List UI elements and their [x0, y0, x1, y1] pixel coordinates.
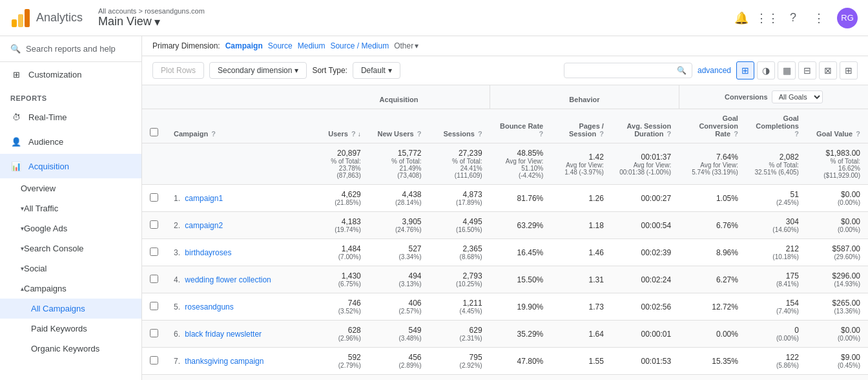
goal-conv-help-icon[interactable]: ?	[734, 130, 738, 138]
row-sessions: 2,793 (10.25%)	[429, 266, 490, 293]
campaign-link[interactable]: campaign2	[185, 221, 223, 230]
search-box[interactable]: 🔍 Search reports and help	[0, 36, 141, 62]
view-icon-table[interactable]: ⊞	[736, 61, 754, 79]
row-checkbox-cell[interactable]	[142, 348, 166, 375]
dim-source-medium[interactable]: Source / Medium	[330, 41, 389, 50]
sidebar-item-label: Acquisition	[28, 162, 69, 171]
all-goals-dropdown[interactable]: All Goals	[772, 90, 823, 103]
more-icon[interactable]: ⋮	[811, 10, 827, 26]
view-icon-compare[interactable]: ⊠	[819, 61, 837, 79]
dim-other-dropdown[interactable]: Other ▾	[394, 41, 418, 50]
row-checkbox[interactable]	[150, 302, 158, 310]
goal-comp-help-icon[interactable]: ?	[794, 130, 799, 138]
campaign-link[interactable]: thanksgiving campaign	[185, 357, 264, 366]
svg-rect-0	[12, 19, 17, 27]
campaign-link[interactable]: rosesandguns	[185, 302, 233, 311]
campaign-link[interactable]: campaign1	[185, 194, 223, 203]
sidebar-item-audience[interactable]: 👤 Audience	[0, 129, 141, 154]
row-checkbox[interactable]	[150, 356, 158, 364]
row-checkbox[interactable]	[150, 220, 158, 229]
view-selector[interactable]: Main View ▾	[98, 15, 734, 29]
users-help-icon[interactable]: ?	[351, 130, 356, 138]
sort-default-label: Default	[361, 66, 386, 75]
row-checkbox[interactable]	[150, 275, 158, 283]
avg-session-help-icon[interactable]: ?	[666, 130, 671, 138]
row-checkbox-cell[interactable]	[142, 185, 166, 212]
campaign-link[interactable]: birthdayroses	[185, 248, 231, 257]
dim-medium[interactable]: Medium	[298, 41, 326, 50]
row-users: 628 (2.96%)	[308, 321, 369, 348]
view-icon-scatter[interactable]: ⊞	[840, 61, 858, 79]
view-icon-pie[interactable]: ◑	[757, 61, 775, 79]
sidebar-sub-social[interactable]: ▾ Social	[0, 259, 141, 279]
campaign-link[interactable]: black friday newsletter	[185, 330, 262, 339]
th-goal-completions[interactable]: Goal Completions ?	[746, 109, 807, 143]
sidebar-item-acquisition[interactable]: 📊 Acquisition	[0, 154, 141, 178]
row-checkbox-cell[interactable]	[142, 321, 166, 348]
row-goal-completions: 0 (0.00%)	[746, 321, 807, 348]
sidebar-item-realtime[interactable]: ⏱ Real-Time	[0, 105, 141, 129]
row-checkbox[interactable]	[150, 248, 158, 256]
notifications-icon[interactable]: 🔔	[734, 10, 749, 26]
row-checkbox-cell[interactable]	[142, 239, 166, 266]
view-icon-pivot[interactable]: ⊟	[798, 61, 816, 79]
sidebar-sub-all-traffic[interactable]: ▾ All Traffic	[0, 198, 141, 218]
th-new-users[interactable]: New Users ?	[369, 109, 429, 143]
dim-campaign[interactable]: Campaign	[225, 41, 263, 50]
totals-users: 20,897 % of Total: 23.78% (87,863)	[308, 143, 369, 185]
advanced-link[interactable]: advanced	[698, 66, 731, 75]
plot-rows-button[interactable]: Plot Rows	[152, 62, 204, 79]
th-users[interactable]: Users ? ↓	[308, 109, 369, 143]
apps-icon[interactable]: ⋮⋮	[760, 10, 775, 26]
sessions-help-icon[interactable]: ?	[478, 130, 482, 138]
select-all-checkbox[interactable]	[150, 128, 158, 136]
view-icon-bar[interactable]: ▦	[778, 61, 796, 79]
goal-value-help-icon[interactable]: ?	[856, 130, 860, 138]
bounce-help-icon[interactable]: ?	[539, 130, 544, 138]
th-bounce-rate[interactable]: Bounce Rate ?	[490, 109, 552, 143]
sidebar-sub-organic-keywords[interactable]: Organic Keywords	[0, 339, 141, 359]
row-checkbox[interactable]	[150, 329, 158, 337]
sidebar-sub-overview[interactable]: Overview	[0, 178, 141, 198]
row-checkbox[interactable]	[150, 193, 158, 202]
row-goal-value: $0.00 (0.00%)	[807, 185, 868, 212]
sidebar-sub-campaigns[interactable]: ▴ Campaigns	[0, 279, 141, 299]
dim-source[interactable]: Source	[268, 41, 293, 50]
th-goal-conv-rate[interactable]: Goal Conversion Rate ?	[679, 109, 746, 143]
row-num: 1.	[174, 194, 180, 203]
row-checkbox-cell[interactable]	[142, 293, 166, 321]
sidebar-sub-all-campaigns[interactable]: All Campaigns	[0, 299, 141, 319]
totals-avg-session: 00:01:37 Avg for View: 00:01:38 (-1.00%)	[612, 143, 679, 185]
data-table-wrap: Acquisition Behavior Conversions All Goa…	[142, 85, 868, 380]
row-checkbox-cell[interactable]	[142, 375, 166, 381]
avatar[interactable]: RG	[837, 8, 858, 28]
pages-help-icon[interactable]: ?	[599, 130, 604, 138]
th-pages-session[interactable]: Pages / Session ?	[551, 109, 612, 143]
new-users-help-icon[interactable]: ?	[417, 130, 422, 138]
campaign-help-icon[interactable]: ?	[211, 130, 216, 138]
row-checkbox-cell[interactable]	[142, 212, 166, 239]
row-bounce-rate: 81.76%	[490, 185, 552, 212]
row-checkbox-cell[interactable]	[142, 266, 166, 293]
table-search-wrap[interactable]: 🔍	[564, 63, 692, 78]
group-header-row: Acquisition Behavior Conversions All Goa…	[142, 85, 868, 109]
help-icon[interactable]: ?	[785, 10, 801, 26]
th-avg-session[interactable]: Avg. Session Duration ?	[612, 109, 679, 143]
secondary-dim-button[interactable]: Secondary dimension ▾	[209, 62, 307, 79]
campaign-link[interactable]: wedding flower collection	[185, 275, 271, 284]
row-users: 1,430 (6.75%)	[308, 266, 369, 293]
sort-default-button[interactable]: Default ▾	[353, 62, 400, 79]
overview-label: Overview	[21, 184, 56, 193]
th-sessions[interactable]: Sessions ?	[429, 109, 490, 143]
sidebar-item-customization[interactable]: ⊞ Customization	[0, 62, 141, 87]
layout: 🔍 Search reports and help ⊞ Customizatio…	[0, 36, 868, 380]
sidebar-sub-paid-keywords[interactable]: Paid Keywords	[0, 319, 141, 339]
table-search-input[interactable]	[570, 66, 673, 75]
sidebar-sub-google-ads[interactable]: ▾ Google Ads	[0, 218, 141, 238]
svg-rect-2	[25, 9, 30, 27]
th-goal-value[interactable]: Goal Value ?	[807, 109, 868, 143]
totals-row: 20,897 % of Total: 23.78% (87,863) 15,77…	[142, 143, 868, 185]
th-checkbox	[142, 109, 166, 143]
social-label: Social	[24, 264, 46, 273]
sidebar-sub-search-console[interactable]: ▾ Search Console	[0, 238, 141, 259]
